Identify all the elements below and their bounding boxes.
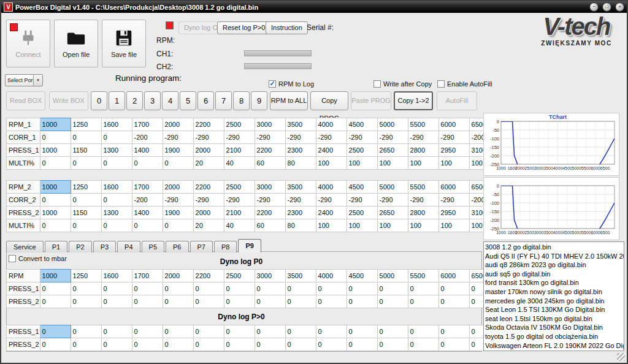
table-cell[interactable]: 2400	[316, 207, 347, 219]
table-cell[interactable]: 0	[40, 295, 71, 308]
table-cell[interactable]: -290	[408, 194, 438, 207]
table-cell[interactable]: 0	[132, 338, 163, 351]
connect-button[interactable]: Connect	[6, 20, 50, 67]
table-cell[interactable]: 0	[193, 282, 224, 295]
table-cell[interactable]: 1400	[132, 207, 163, 219]
table-cell[interactable]: 0	[101, 325, 132, 338]
table-cell[interactable]: 100	[377, 157, 408, 170]
table-cell[interactable]: 100	[377, 219, 408, 232]
table-cell[interactable]: 4000	[316, 118, 347, 131]
table-cell[interactable]: 0	[71, 295, 101, 308]
table-cell[interactable]: 0	[285, 338, 316, 351]
autofill-button[interactable]: AutoFill	[437, 91, 477, 110]
table-cell[interactable]: 0	[40, 131, 71, 144]
table-cell[interactable]: 5000	[377, 118, 408, 131]
tab-p4[interactable]: P4	[117, 241, 140, 252]
table-cell[interactable]: 2200	[193, 118, 224, 131]
digit-button-8[interactable]: 8	[233, 91, 250, 110]
table-cell[interactable]: -290	[193, 194, 224, 207]
table-cell[interactable]: 0	[408, 295, 438, 308]
select-port-dropdown[interactable]: Select Port ▼	[5, 74, 43, 86]
table-cell[interactable]: 2100	[224, 207, 255, 219]
file-list-item[interactable]: Seat Leon 1.5 TSI 130KM Go Digital.bin	[485, 305, 624, 314]
open-file-button[interactable]: Open file	[54, 20, 98, 67]
table-cell[interactable]: 0	[224, 338, 255, 351]
table-cell[interactable]: 100	[408, 219, 438, 232]
table-cell[interactable]: -290	[285, 131, 316, 144]
table-cell[interactable]: -290	[255, 194, 285, 207]
table-cell[interactable]: 0	[101, 295, 132, 308]
table-cell[interactable]: 0	[224, 282, 255, 295]
table-cell[interactable]: 0	[316, 338, 347, 351]
table-cell[interactable]: 0	[377, 325, 408, 338]
table-cell[interactable]: 3500	[285, 270, 316, 282]
table-cell[interactable]: 80	[285, 219, 316, 232]
table-cell[interactable]: 3000	[255, 181, 285, 194]
rpm-to-log-checkbox[interactable]: ✓ RPM to Log	[269, 80, 314, 88]
table-cell[interactable]: 0	[71, 282, 101, 295]
digit-button-4[interactable]: 4	[162, 91, 178, 110]
table-cell[interactable]: 0	[40, 282, 71, 295]
table-cell[interactable]: 1000	[40, 270, 71, 282]
table-cell[interactable]: 2500	[224, 118, 255, 131]
table-cell[interactable]: 20	[193, 219, 224, 232]
table-cell[interactable]: 0	[40, 338, 71, 351]
instruction-button[interactable]: Instruction	[266, 21, 308, 34]
table-cell[interactable]: 0	[132, 295, 163, 308]
table-cell[interactable]: 1300	[101, 207, 132, 219]
table-cell[interactable]: 0	[193, 295, 224, 308]
tab-p8[interactable]: P8	[214, 241, 237, 252]
table-cell[interactable]: 2950	[438, 207, 469, 219]
table-cell[interactable]: 4500	[347, 118, 377, 131]
table-cell[interactable]: 0	[347, 338, 377, 351]
table-cell[interactable]: 1400	[132, 144, 163, 157]
file-list-item[interactable]: ford transit 130km go digital.bin	[485, 278, 624, 287]
table-cell[interactable]: 0	[438, 282, 469, 295]
file-list-item[interactable]: Audi Q5 II (FY FL) 40 TDI MHEV 2.0 150kW…	[485, 252, 624, 261]
file-list-item[interactable]: seat leon 1.5tsi 150km go digital.bin	[485, 314, 624, 324]
tab-p9[interactable]: P9	[238, 239, 261, 252]
table-cell[interactable]: -200	[132, 131, 163, 144]
table-cell[interactable]: 0	[40, 157, 71, 170]
table-cell[interactable]: 0	[193, 325, 224, 338]
write-after-copy-checkbox[interactable]: Write after Copy	[373, 80, 432, 88]
table-cell[interactable]: 100	[408, 157, 438, 170]
table-cell[interactable]: -290	[377, 131, 408, 144]
table-cell[interactable]: 1250	[71, 118, 101, 131]
read-box-button[interactable]: Read BOX	[6, 91, 45, 110]
table-cell[interactable]: 60	[255, 219, 285, 232]
table-cell[interactable]: 0	[408, 325, 438, 338]
table-cell[interactable]: 1700	[132, 181, 163, 194]
reset-log-button[interactable]: Reset log P>0	[217, 21, 270, 34]
rpm-to-all-button[interactable]: RPM to ALL	[270, 91, 308, 110]
table-cell[interactable]: 100	[316, 219, 347, 232]
tab-p6[interactable]: P6	[166, 241, 188, 252]
file-list-item[interactable]: audi sq5 go digital.bin	[485, 270, 624, 279]
table-cell[interactable]: 0	[316, 282, 347, 295]
file-list-item[interactable]: audi q8 286km 2023 go digital.bin	[485, 260, 624, 270]
table-cell[interactable]: 2000	[163, 270, 193, 282]
table-cell[interactable]: -290	[408, 131, 438, 144]
table-cell[interactable]: 3500	[285, 118, 316, 131]
write-box-button[interactable]: Write BOX	[49, 91, 88, 110]
table-cell[interactable]: 5500	[408, 118, 438, 131]
table-cell[interactable]: 1000	[40, 207, 71, 219]
table-cell[interactable]: 0	[101, 219, 132, 232]
table-cell[interactable]: 4500	[347, 270, 377, 282]
table-cell[interactable]: 2500	[224, 181, 255, 194]
table-cell[interactable]: 0	[101, 338, 132, 351]
table-cell[interactable]: 2650	[377, 144, 408, 157]
table-cell[interactable]: 100	[347, 219, 377, 232]
table-cell[interactable]: -290	[224, 131, 255, 144]
table-cell[interactable]: -290	[163, 131, 193, 144]
table-cell[interactable]: 2000	[163, 118, 193, 131]
table-cell[interactable]: 80	[285, 157, 316, 170]
table-cell[interactable]: 2500	[347, 207, 377, 219]
table-cell[interactable]: -290	[377, 194, 408, 207]
digit-button-7[interactable]: 7	[215, 91, 232, 110]
table-cell[interactable]: 1000	[40, 118, 71, 131]
table-cell[interactable]: 40	[224, 157, 255, 170]
table-cell[interactable]: 0	[101, 194, 132, 207]
table-cell[interactable]: 3000	[255, 270, 285, 282]
table-cell[interactable]: 4000	[316, 181, 347, 194]
